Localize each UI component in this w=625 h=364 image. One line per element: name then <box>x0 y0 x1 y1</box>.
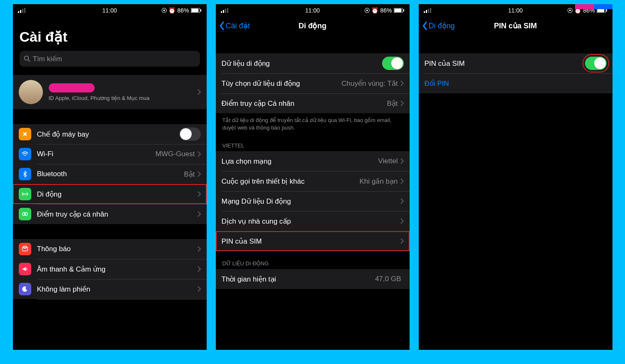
row-bluetooth[interactable]: Bluetooth Bật <box>13 164 207 184</box>
section-footer: Tắt dữ liệu di động để truyền tất cả dữ … <box>216 113 410 133</box>
row-label: Lựa chọn mạng <box>222 157 378 166</box>
row-wifi[interactable]: Wi-Fi MWG-Guest <box>13 144 207 164</box>
airplane-toggle[interactable] <box>179 127 201 141</box>
chevron-right-icon <box>198 191 201 197</box>
svg-rect-25 <box>430 8 431 13</box>
sounds-icon <box>19 263 31 275</box>
alarm-icon: ⦿ ⏰ <box>364 7 379 14</box>
bluetooth-icon <box>19 168 31 180</box>
chevron-right-icon <box>400 218 404 224</box>
back-button[interactable]: Cài đặt <box>219 21 250 30</box>
carrier-header: VIETTEL <box>216 133 410 151</box>
row-label: Mạng Dữ liệu Di động <box>222 197 400 206</box>
alarm-icon: ⦿ ⏰ <box>161 7 176 14</box>
row-personal-hotspot[interactable]: Điểm truy cập Cá nhân Bật <box>216 93 410 113</box>
svg-line-8 <box>28 60 30 62</box>
row-label: Chế độ máy bay <box>37 130 179 139</box>
svg-rect-21 <box>403 9 404 12</box>
row-label: PIN của SIM <box>425 59 585 68</box>
chevron-right-icon <box>400 198 404 204</box>
row-cellular[interactable]: Di động <box>13 184 207 204</box>
row-change-pin[interactable]: Đổi PIN <box>419 73 612 93</box>
back-button[interactable]: Di động <box>422 21 455 30</box>
chevron-right-icon <box>198 286 201 292</box>
row-sounds[interactable]: Âm thanh & Cảm ứng <box>13 259 207 279</box>
cellular-data-toggle[interactable] <box>382 57 404 70</box>
row-hotspot[interactable]: Điểm truy cập cá nhân <box>13 204 207 224</box>
navbar: Di động PIN của SIM <box>419 17 612 35</box>
row-dnd[interactable]: Không làm phiền <box>13 279 207 299</box>
search-icon <box>24 55 30 62</box>
search-input[interactable]: Tìm kiếm <box>20 51 200 67</box>
row-value: Bật <box>387 99 398 108</box>
row-value: Chuyển vùng: Tắt <box>342 79 398 88</box>
chevron-right-icon <box>400 80 404 86</box>
row-value: Khi gần bạn <box>360 177 398 186</box>
status-right: ⦿ ⏰ 86% <box>364 7 405 14</box>
battery-percent: 86% <box>177 7 189 14</box>
profile-row[interactable]: ID Apple, iCloud, Phương tiện & Mục mua <box>13 75 207 109</box>
row-value: 47,0 GB <box>375 275 401 283</box>
usage-header: DỮ LIỆU DI ĐỘNG <box>216 251 410 269</box>
row-value: Viettel <box>378 157 398 165</box>
svg-rect-2 <box>22 9 23 13</box>
row-value: Bật <box>184 170 195 179</box>
svg-rect-23 <box>426 10 427 13</box>
nav-title: Di động <box>299 21 327 30</box>
avatar <box>19 80 43 104</box>
row-label: Wi-Fi <box>37 150 156 158</box>
chevron-right-icon <box>400 178 404 184</box>
chevron-right-icon <box>198 211 201 217</box>
airplane-icon <box>19 128 31 140</box>
row-current-period[interactable]: Thời gian hiện tại 47,0 GB <box>216 269 410 289</box>
row-label: Bluetooth <box>37 170 184 178</box>
sim-pin-toggle[interactable] <box>585 57 607 70</box>
screen-cellular: 11:00 ⦿ ⏰ 86% Cài đặt Di động Dữ liệu di… <box>216 4 410 350</box>
profile-subtitle: ID Apple, iCloud, Phương tiện & Mục mua <box>49 95 192 101</box>
profile-name-redacted <box>49 83 95 92</box>
nav-title: PIN của SIM <box>494 21 537 30</box>
svg-rect-5 <box>191 9 198 12</box>
battery-icon <box>394 8 405 13</box>
row-label: Đổi PIN <box>425 79 607 88</box>
row-cellular-data-network[interactable]: Mạng Dữ liệu Di động <box>216 191 410 211</box>
row-label: Thông báo <box>37 245 198 253</box>
row-carrier-services[interactable]: Dịch vụ nhà cung cấp <box>216 211 410 231</box>
hotspot-icon <box>19 208 31 220</box>
svg-point-9 <box>24 155 25 156</box>
svg-rect-17 <box>225 9 226 13</box>
svg-rect-18 <box>227 8 228 13</box>
svg-rect-13 <box>22 247 28 251</box>
svg-rect-3 <box>24 8 25 13</box>
svg-rect-20 <box>394 9 401 12</box>
row-value: MWG-Guest <box>155 150 195 158</box>
status-bar: 11:00 ⦿ ⏰ 86% <box>13 4 207 17</box>
status-bar: 11:00 ⦿ ⏰ 86% <box>216 4 410 17</box>
svg-rect-16 <box>223 10 224 13</box>
chevron-right-icon <box>198 151 201 157</box>
back-label: Cài đặt <box>226 21 250 30</box>
row-notifications[interactable]: Thông báo <box>13 239 207 259</box>
row-sim-pin-toggle[interactable]: PIN của SIM <box>419 53 612 73</box>
status-time: 11:00 <box>508 7 522 14</box>
signal-icon <box>221 8 228 13</box>
row-cellular-data[interactable]: Dữ liệu di động <box>216 53 410 73</box>
row-label: Di động <box>37 190 198 199</box>
row-data-options[interactable]: Tùy chọn dữ liệu di động Chuyển vùng: Tắ… <box>216 73 410 93</box>
row-network-selection[interactable]: Lựa chọn mạng Viettel <box>216 151 410 171</box>
cellular-icon <box>19 188 31 200</box>
wifi-icon <box>19 148 31 160</box>
row-sim-pin[interactable]: PIN của SIM <box>216 231 410 251</box>
screen-settings: 11:00 ⦿ ⏰ 86% Cài đặt Tìm kiếm ID Apple,… <box>13 4 207 350</box>
row-label: Cuộc gọi trên thiết bị khác <box>222 177 360 186</box>
row-airplane[interactable]: Chế độ máy bay <box>13 124 207 144</box>
row-calls-other-devices[interactable]: Cuộc gọi trên thiết bị khác Khi gần bạn <box>216 171 410 191</box>
signal-icon <box>18 8 25 13</box>
chevron-right-icon <box>198 171 201 177</box>
status-time: 11:00 <box>102 7 117 14</box>
chevron-right-icon <box>400 100 404 106</box>
chevron-right-icon <box>400 158 404 164</box>
status-right: ⦿ ⏰ 86% <box>161 7 202 14</box>
dnd-icon <box>19 283 31 295</box>
svg-rect-24 <box>428 9 429 13</box>
